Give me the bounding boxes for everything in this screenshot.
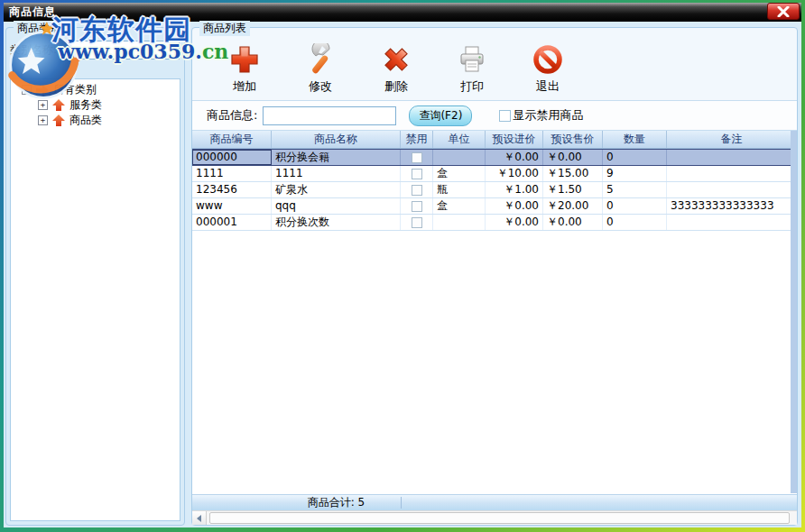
print-button[interactable]: 打印: [443, 43, 501, 95]
product-list-title: 商品列表: [199, 21, 250, 36]
show-disabled-checkbox[interactable]: [499, 110, 511, 122]
search-bar: 商品信息: 查询(F2) 显示禁用商品: [192, 100, 797, 131]
cell-disabled: [401, 198, 433, 214]
row-disabled-checkbox[interactable]: [412, 152, 422, 163]
cell-name: 积分换会籍: [272, 150, 401, 165]
expand-box[interactable]: +: [38, 100, 48, 110]
arrow-right-icon: [35, 84, 50, 96]
delete-button[interactable]: 删除: [367, 43, 425, 95]
category-name-label: 类别名称:: [10, 42, 66, 58]
cell-purchase-price: ￥0.00: [486, 215, 543, 230]
cell-sell-price: ￥1.50: [543, 182, 603, 197]
row-disabled-checkbox[interactable]: [412, 217, 422, 228]
add-button[interactable]: 增加: [216, 43, 273, 95]
cell-code: 123456: [192, 182, 272, 197]
cell-sell-price: ￥20.00: [543, 198, 603, 214]
cell-name: 积分换次数: [272, 215, 401, 230]
cell-quantity: 0: [603, 198, 667, 214]
cell-note: [667, 150, 797, 165]
tree-item-label: 服务类: [69, 97, 102, 113]
table-row[interactable]: 000001 积分换次数 ￥0.00 ￥0.00 0: [192, 215, 797, 231]
window-title: 商品信息: [4, 5, 56, 20]
category-name-input[interactable]: [66, 41, 180, 60]
cell-unit: 盒: [433, 166, 486, 181]
collapse-box[interactable]: -: [22, 85, 32, 95]
table-header: 商品编号 商品名称 禁用 单位 预设进价 预设售价 数量 备注: [192, 131, 797, 149]
row-disabled-checkbox[interactable]: [412, 201, 422, 212]
tree-item-label: 所有类别: [53, 82, 97, 97]
window-content: 商品类别 类别名称: - 所有类别 +: [4, 22, 801, 527]
tree-item-service-category[interactable]: + 服务类: [11, 97, 180, 113]
app-window: 商品信息 商品类别 类别名称: -: [0, 0, 805, 532]
cell-note: [667, 215, 797, 230]
expand-box[interactable]: +: [38, 115, 48, 125]
table-row[interactable]: www qqq 盒 ￥0.00 ￥20.00 0 333333333333333: [192, 198, 797, 215]
cell-note: [667, 182, 797, 197]
column-header-sell-price[interactable]: 预设售价: [543, 131, 603, 148]
toolbar: 增加 修改: [192, 28, 797, 100]
column-header-quantity[interactable]: 数量: [603, 131, 667, 148]
cell-note: 333333333333333: [667, 198, 797, 214]
vertical-scrollbar[interactable]: [791, 131, 797, 493]
category-panel: 商品类别 类别名称: - 所有类别 +: [5, 27, 185, 526]
category-panel-title: 商品类别: [14, 21, 64, 36]
table-row[interactable]: 000000 积分换会籍 ￥0.00 ￥0.00 0: [192, 149, 797, 166]
edit-icon: [304, 43, 337, 76]
query-button[interactable]: 查询(F2): [409, 105, 472, 126]
horizontal-scrollbar[interactable]: [192, 510, 797, 525]
close-button[interactable]: [767, 3, 800, 20]
cell-code: 1111: [192, 166, 272, 181]
edit-button[interactable]: 修改: [291, 43, 349, 95]
titlebar[interactable]: 商品信息: [4, 3, 801, 22]
cell-sell-price: ￥0.00: [543, 150, 603, 165]
table-empty-area: [192, 231, 797, 494]
product-table: 商品编号 商品名称 禁用 单位 预设进价 预设售价 数量 备注 000000 积…: [192, 131, 797, 525]
search-label: 商品信息:: [207, 107, 257, 124]
close-icon: [777, 6, 790, 17]
print-button-label: 打印: [460, 78, 484, 95]
cell-sell-price: ￥0.00: [543, 215, 603, 230]
category-tree: - 所有类别 + 服务类: [10, 78, 180, 521]
footer-separator: [401, 497, 402, 509]
cell-unit: [433, 150, 486, 165]
column-header-disabled[interactable]: 禁用: [401, 131, 433, 148]
tree-item-all-categories[interactable]: - 所有类别: [11, 82, 180, 97]
column-header-note[interactable]: 备注: [667, 131, 797, 148]
search-input[interactable]: [263, 106, 396, 125]
column-header-purchase-price[interactable]: 预设进价: [486, 131, 543, 148]
print-icon: [456, 43, 488, 76]
column-header-name[interactable]: 商品名称: [272, 131, 401, 148]
cell-purchase-price: ￥0.00: [486, 150, 543, 165]
column-header-code[interactable]: 商品编号: [192, 131, 272, 148]
scrollbar-thumb[interactable]: [209, 512, 790, 524]
add-icon: [228, 43, 261, 76]
cell-quantity: 0: [603, 150, 667, 165]
category-name-row: 类别名称:: [10, 41, 180, 60]
arrow-up-icon: [51, 115, 66, 127]
product-list-panel: 商品列表 增加: [191, 27, 798, 526]
table-row[interactable]: 1111 1111 盒 ￥10.00 ￥15.00 9: [192, 166, 797, 182]
edit-button-label: 修改: [309, 78, 332, 95]
scroll-left-button[interactable]: [192, 511, 207, 525]
show-disabled-toggle[interactable]: 显示禁用商品: [499, 107, 583, 124]
tree-item-label: 商品类: [69, 113, 102, 128]
cell-code: 000000: [192, 150, 272, 165]
arrow-up-icon: [51, 99, 66, 112]
row-disabled-checkbox[interactable]: [412, 169, 422, 179]
table-footer: 商品合计: 5: [192, 494, 797, 510]
tree-item-product-category[interactable]: + 商品类: [11, 113, 180, 128]
cell-name: 矿泉水: [272, 182, 401, 197]
cell-disabled: [401, 182, 433, 197]
cell-quantity: 9: [603, 166, 667, 181]
cell-name: qqq: [272, 198, 401, 214]
cell-unit: 瓶: [433, 182, 486, 197]
delete-icon: [380, 43, 412, 76]
cell-code: 000001: [192, 215, 272, 230]
column-header-unit[interactable]: 单位: [433, 131, 486, 148]
cell-disabled: [401, 166, 433, 181]
cell-sell-price: ￥15.00: [543, 166, 603, 181]
exit-button[interactable]: 退出: [519, 43, 577, 95]
product-total-label: 商品合计: 5: [272, 495, 401, 510]
row-disabled-checkbox[interactable]: [412, 185, 422, 196]
table-row[interactable]: 123456 矿泉水 瓶 ￥1.00 ￥1.50 5: [192, 182, 797, 198]
